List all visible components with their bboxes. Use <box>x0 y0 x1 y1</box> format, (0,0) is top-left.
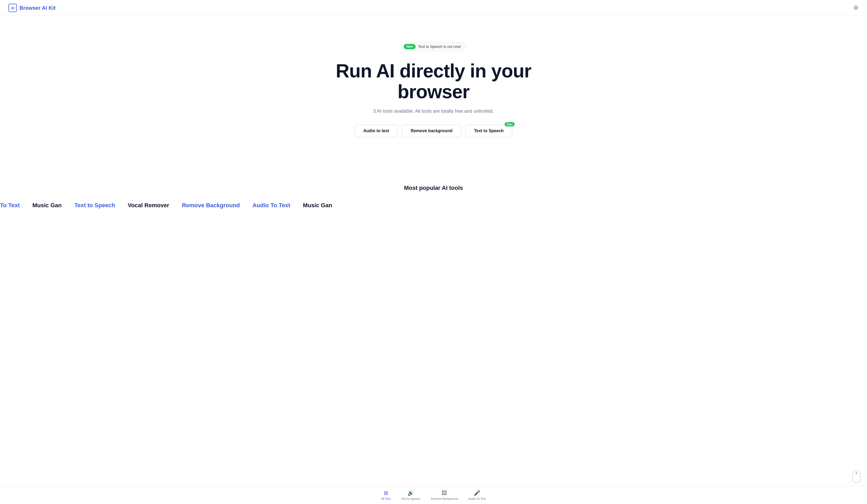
hero-subtitle: 3 AI tools available. All tools are tota… <box>373 108 494 114</box>
bottom-nav-label-tts: Text to Speech <box>401 497 420 500</box>
logo-icon: AI <box>8 4 17 12</box>
button-new-badge: New <box>505 122 515 126</box>
popular-title: Most popular AI tools <box>0 185 867 191</box>
settings-icon[interactable]: ⚙ <box>853 5 859 11</box>
ticker-item[interactable]: Music Gan <box>32 202 62 209</box>
hero-title: Run AI directly in your browser <box>336 61 531 102</box>
remove-background-button[interactable]: Remove background <box>402 125 461 137</box>
ticker-item[interactable]: Audio To Text <box>252 202 290 209</box>
main-content: New Text to Speech is out now! Run AI di… <box>0 0 867 216</box>
home-icon: ⊞ <box>384 490 388 496</box>
hero-title-line1: Run AI directly in your <box>336 60 531 82</box>
ticker-container: To Text Music Gan Text to Speech Vocal R… <box>0 200 867 211</box>
bottom-nav-label-home: 40 Text <box>381 497 390 500</box>
audio-to-text-button[interactable]: Audio to text <box>355 125 398 137</box>
bottom-nav: ⊞ 40 Text 🔊 Text to Speech 🖼 Remove Back… <box>0 486 867 504</box>
hero-section: New Text to Speech is out now! Run AI di… <box>325 21 542 153</box>
new-badge-label: New <box>404 44 416 49</box>
bottom-nav-item-audio-to-text[interactable]: 🎤 Audio To Text <box>469 490 486 500</box>
scroll-dot <box>856 472 857 474</box>
popular-tools-section: Most popular AI tools To Text Music Gan … <box>0 174 867 216</box>
ticker-item[interactable]: Music Gan <box>303 202 332 209</box>
ticker-item[interactable]: Vocal Remover <box>128 202 169 209</box>
bottom-nav-item-home[interactable]: ⊞ 40 Text <box>381 490 390 500</box>
header: AI Browser AI Kit ⚙ <box>0 0 867 16</box>
logo-area[interactable]: AI Browser AI Kit <box>8 4 56 12</box>
hero-title-line2: browser <box>397 81 469 102</box>
bottom-nav-item-text-to-speech[interactable]: 🔊 Text to Speech <box>401 490 420 500</box>
ticker-item[interactable]: Remove Background <box>182 202 240 209</box>
audio-to-text-icon: 🎤 <box>474 490 480 496</box>
bottom-nav-label-remove-bg: Remove Background <box>431 497 458 500</box>
ticker-track: To Text Music Gan Text to Speech Vocal R… <box>0 200 867 211</box>
logo-text: Browser AI Kit <box>20 5 56 11</box>
bottom-nav-label-audio: Audio To Text <box>469 497 486 500</box>
text-to-speech-icon: 🔊 <box>407 490 414 496</box>
hero-buttons: Audio to text Remove background Text to … <box>355 125 513 137</box>
announcement-text: Text to Speech is out now! <box>418 44 461 49</box>
bottom-nav-item-remove-background[interactable]: 🖼 Remove Background <box>431 490 458 500</box>
ticker-item[interactable]: To Text <box>0 202 20 209</box>
ticker-item[interactable]: Text to Speech <box>74 202 115 209</box>
scroll-hint <box>852 470 861 483</box>
remove-background-icon: 🖼 <box>442 490 447 496</box>
text-to-speech-button[interactable]: Text to Speech New <box>465 125 513 137</box>
announcement-badge[interactable]: New Text to Speech is out now! <box>402 42 465 51</box>
